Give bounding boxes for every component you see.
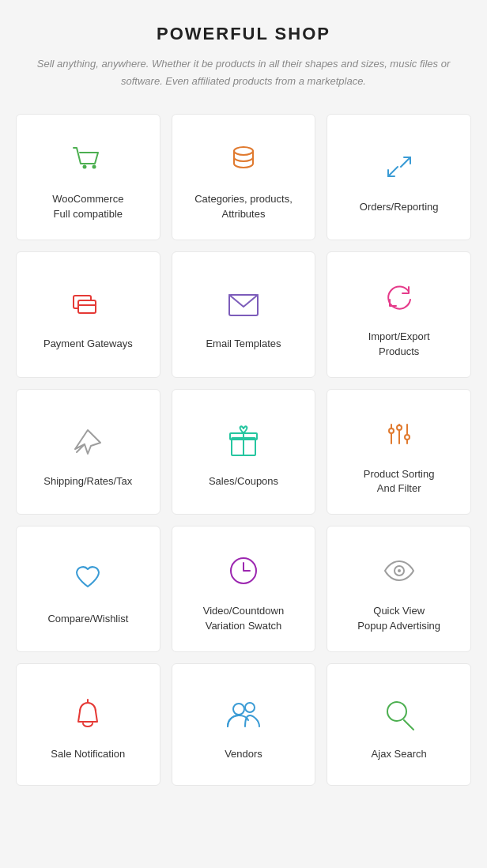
card-label-email: Email Templates: [206, 337, 281, 352]
card-label-vendors: Vendors: [225, 747, 262, 762]
users-icon: [221, 692, 266, 736]
feature-grid: WooCommerce Full compatible Categories, …: [16, 114, 471, 786]
card-label-ajax: Ajax Search: [372, 747, 427, 762]
card-categories: Categories, products, Attributes: [172, 114, 316, 240]
page-subtitle: Sell anything, anywhere. Whether it be p…: [16, 55, 471, 90]
svg-point-21: [233, 704, 244, 715]
heart-icon: [66, 557, 110, 601]
svg-point-0: [83, 165, 87, 169]
svg-point-1: [92, 165, 96, 169]
card-label-video: Video/Countdown Variation Swatch: [203, 604, 284, 634]
card-label-compare: Compare/Wishlist: [47, 612, 128, 627]
card-label-quickview: Quick View Popup Advertising: [357, 604, 440, 634]
svg-point-2: [234, 147, 253, 155]
filter-icon: [377, 412, 421, 456]
bell-icon: [66, 692, 110, 736]
card-ajax: Ajax Search: [327, 663, 471, 786]
card-quickview: Quick View Popup Advertising: [327, 526, 471, 652]
arrows-icon: [377, 145, 421, 189]
card-sorting: Product Sorting And Filter: [327, 389, 471, 515]
card-payment: Payment Gateways: [16, 251, 160, 378]
page-title: POWERFUL SHOP: [16, 24, 471, 44]
database-icon: [221, 137, 266, 181]
card-compare: Compare/Wishlist: [16, 526, 160, 652]
gift-icon: [221, 419, 266, 463]
card-email: Email Templates: [172, 251, 316, 378]
svg-point-14: [389, 428, 394, 433]
card-orders: Orders/Reporting: [327, 114, 471, 240]
card-label-sales: Sales/Coupons: [209, 474, 278, 489]
sync-icon: [377, 274, 421, 319]
plane-icon: [66, 419, 110, 463]
svg-point-15: [405, 435, 410, 440]
card-label-sorting: Product Sorting And Filter: [364, 467, 435, 497]
card-video: Video/Countdown Variation Swatch: [172, 526, 316, 652]
card-woocommerce: WooCommerce Full compatible: [16, 114, 160, 240]
svg-point-16: [397, 425, 402, 430]
card-label-orders: Orders/Reporting: [360, 200, 439, 215]
cart-icon: [66, 137, 110, 181]
svg-line-24: [404, 720, 413, 730]
svg-point-22: [245, 703, 255, 712]
card-label-shipping: Shipping/Rates/Tax: [43, 474, 132, 489]
card-import: Import/Export Products: [327, 251, 471, 378]
page-wrapper: POWERFUL SHOP Sell anything, anywhere. W…: [0, 0, 487, 817]
card-label-notification: Sale Notification: [51, 747, 125, 762]
search-icon: [377, 692, 421, 736]
card-label-import: Import/Export Products: [368, 330, 430, 360]
card-sales: Sales/Coupons: [172, 389, 316, 515]
card-vendors: Vendors: [172, 663, 316, 786]
card-shipping: Shipping/Rates/Tax: [16, 389, 160, 515]
card-label-categories: Categories, products, Attributes: [194, 192, 293, 222]
svg-point-23: [387, 702, 406, 721]
card-label-woocommerce: WooCommerce Full compatible: [52, 192, 123, 222]
card-label-payment: Payment Gateways: [43, 337, 133, 352]
svg-point-19: [398, 569, 401, 572]
eye-icon: [377, 549, 421, 593]
clock-icon: [221, 549, 266, 593]
card-notification: Sale Notification: [16, 663, 160, 786]
email-icon: [221, 281, 266, 326]
svg-rect-4: [78, 300, 96, 313]
payment-icon: [66, 281, 110, 326]
